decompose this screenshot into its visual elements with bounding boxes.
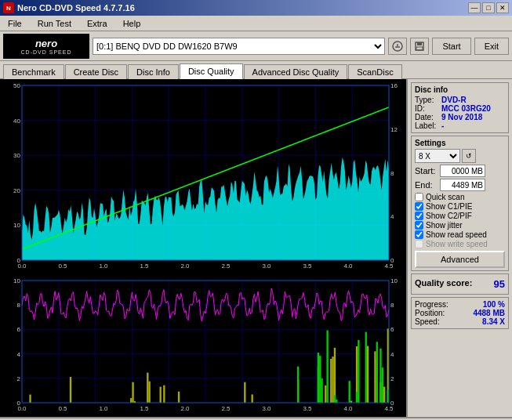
svg-rect-2 (417, 42, 422, 45)
disc-info-section: Disc info Type:DVD-R ID:MCC 03RG20 Date:… (411, 82, 509, 133)
show-jitter-label: Show jitter (426, 221, 463, 230)
end-input[interactable] (440, 179, 485, 191)
exit-button[interactable]: Exit (474, 38, 509, 55)
tab-scandisc[interactable]: ScanDisc (348, 64, 401, 79)
menu-extra[interactable]: Extra (82, 17, 112, 30)
menu-help[interactable]: Help (118, 17, 146, 30)
quick-scan-label: Quick scan (426, 193, 464, 201)
tab-disc-info[interactable]: Disc Info (128, 64, 179, 79)
start-label: Start: (415, 166, 438, 176)
eject-button[interactable] (388, 38, 407, 55)
date-label: Date: (415, 113, 438, 121)
show-write-speed-checkbox[interactable] (415, 240, 423, 248)
drive-selector[interactable]: [0:1] BENQ DVD DD DW1620 B7W9 (93, 38, 385, 55)
chart-area (0, 79, 406, 417)
date-value: 9 Nov 2018 (441, 113, 482, 121)
tab-disc-quality[interactable]: Disc Quality (180, 63, 243, 79)
show-c1pie-label: Show C1/PIE (426, 202, 472, 211)
speed-value: 8.34 X (482, 317, 505, 326)
show-write-speed-label: Show write speed (426, 240, 488, 248)
show-c2pif-label: Show C2/PIF (426, 212, 472, 220)
tab-create-disc[interactable]: Create Disc (65, 64, 127, 79)
show-read-speed-label: Show read speed (426, 230, 487, 239)
app-icon: N (3, 2, 14, 13)
start-input[interactable] (440, 165, 485, 177)
start-button[interactable]: Start (432, 38, 470, 55)
stats-bar: PI Errors Average:6.14 Maximum:24 Total:… (0, 417, 512, 420)
settings-section: Settings 8 X ↺ Start: End: Quick scan Sh… (411, 136, 509, 271)
quick-scan-checkbox[interactable] (415, 193, 423, 201)
window-title: Nero CD-DVD Speed 4.7.7.16 (17, 3, 135, 13)
settings-title: Settings (415, 139, 505, 147)
label-value: - (441, 121, 444, 130)
menu-file[interactable]: File (3, 17, 27, 30)
progress-section: Progress:100 % Position:4488 MB Speed:8.… (411, 297, 509, 329)
save-button[interactable] (410, 38, 429, 55)
logo-text: nero (35, 38, 57, 49)
advanced-button[interactable]: Advanced (415, 251, 505, 268)
position-label: Position: (415, 309, 445, 317)
menu-bar: File Run Test Extra Help (0, 16, 512, 31)
quality-score-value: 95 (494, 278, 505, 290)
show-read-speed-checkbox[interactable] (415, 230, 423, 239)
lower-chart-canvas (0, 274, 406, 417)
show-jitter-checkbox[interactable] (415, 221, 423, 230)
minimize-button[interactable]: — (468, 2, 481, 13)
progress-value: 100 % (483, 300, 505, 309)
speed-label: Speed: (415, 317, 440, 326)
id-label: ID: (415, 104, 438, 113)
tab-benchmark[interactable]: Benchmark (3, 64, 64, 79)
type-value: DVD-R (441, 96, 467, 104)
upper-chart-canvas (0, 79, 406, 274)
show-c2pif-checkbox[interactable] (415, 212, 423, 220)
maximize-button[interactable]: □ (482, 2, 495, 13)
logo-sub: CD-DVD SPEED (21, 49, 72, 55)
toolbar: nero CD-DVD SPEED [0:1] BENQ DVD DD DW16… (0, 31, 512, 61)
refresh-button[interactable]: ↺ (462, 149, 476, 163)
type-label: Type: (415, 96, 438, 104)
quality-section: Quality score: 95 (411, 273, 509, 295)
disc-info-title: Disc info (415, 85, 505, 94)
speed-selector[interactable]: 8 X (415, 149, 460, 163)
tab-bar: Benchmark Create Disc Disc Info Disc Qua… (0, 61, 512, 78)
label-label: Label: (415, 121, 438, 130)
menu-run-test[interactable]: Run Test (33, 17, 76, 30)
main-content: Disc info Type:DVD-R ID:MCC 03RG20 Date:… (0, 78, 512, 417)
end-label: End: (415, 180, 438, 190)
quality-score-label: Quality score: (415, 278, 472, 290)
title-bar: N Nero CD-DVD Speed 4.7.7.16 — □ ✕ (0, 0, 512, 16)
tab-advanced-disc-quality[interactable]: Advanced Disc Quality (244, 64, 348, 79)
id-value: MCC 03RG20 (441, 104, 491, 113)
position-value: 4488 MB (473, 309, 505, 317)
right-panel: Disc info Type:DVD-R ID:MCC 03RG20 Date:… (406, 79, 512, 417)
show-c1pie-checkbox[interactable] (415, 202, 423, 211)
progress-label: Progress: (415, 300, 448, 309)
title-bar-buttons: — □ ✕ (468, 2, 509, 13)
app-logo: nero CD-DVD SPEED (3, 34, 89, 59)
close-button[interactable]: ✕ (496, 2, 509, 13)
